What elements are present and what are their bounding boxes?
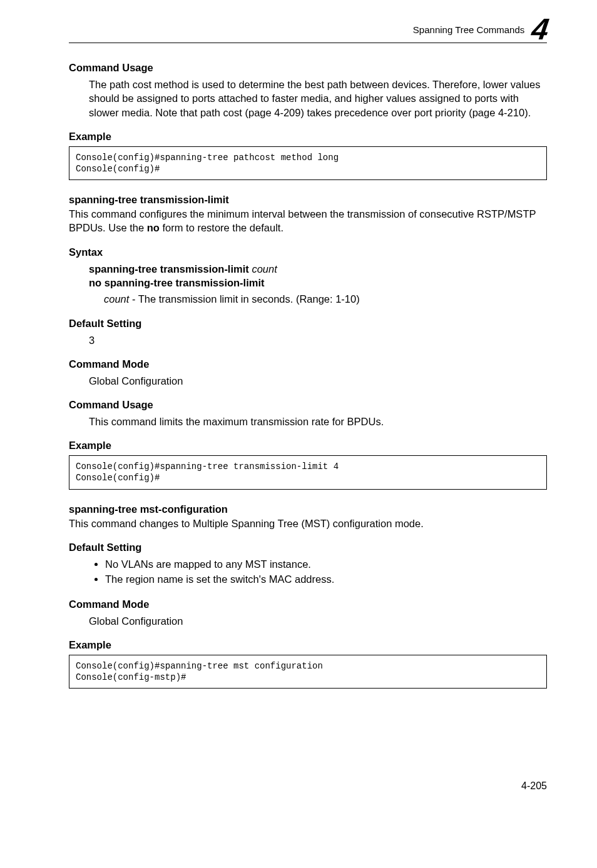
command-mode-heading: Command Mode xyxy=(69,358,547,370)
example-heading: Example xyxy=(69,440,547,452)
command-mode-text: Global Configuration xyxy=(89,614,547,628)
syntax-heading: Syntax xyxy=(69,246,547,258)
arg-description: count - The transmission limit in second… xyxy=(104,292,547,306)
syntax-line: spanning-tree transmission-limit count xyxy=(89,262,547,276)
chapter-number: 4 xyxy=(531,18,549,41)
command-mode-heading: Command Mode xyxy=(69,598,547,610)
section-heading-transmission-limit: spanning-tree transmission-limit xyxy=(69,194,547,206)
list-item: No VLANs are mapped to any MST instance. xyxy=(105,557,547,572)
code-block: Console(config)#spanning-tree transmissi… xyxy=(69,455,547,489)
default-setting-text: 3 xyxy=(89,333,547,347)
header-rule xyxy=(69,43,547,43)
section-intro-text: This command changes to Multiple Spannin… xyxy=(69,517,547,530)
arg-name: count xyxy=(104,293,129,305)
header-title: Spanning Tree Commands xyxy=(413,24,524,35)
syntax-line: no spanning-tree transmission-limit xyxy=(89,276,547,290)
syntax-keyword: spanning-tree transmission-limit xyxy=(89,263,252,275)
code-block: Console(config)#spanning-tree pathcost m… xyxy=(69,146,547,180)
default-setting-list: No VLANs are mapped to any MST instance.… xyxy=(69,557,547,587)
command-usage-text: This command limits the maximum transmis… xyxy=(89,415,547,428)
command-mode-text: Global Configuration xyxy=(89,374,547,388)
running-header: Spanning Tree Commands 4 xyxy=(413,18,547,41)
list-item: The region name is set the switch's MAC … xyxy=(105,572,547,587)
syntax-block: spanning-tree transmission-limit count n… xyxy=(89,262,547,290)
arg-desc-text: - The transmission limit in seconds. (Ra… xyxy=(129,293,359,305)
text-fragment: form to restore the default. xyxy=(160,222,283,233)
page-number: 4-205 xyxy=(521,780,547,792)
default-setting-heading: Default Setting xyxy=(69,542,547,553)
text-fragment: This command configures the minimum inte… xyxy=(69,208,536,233)
default-setting-heading: Default Setting xyxy=(69,318,547,330)
command-usage-heading: Command Usage xyxy=(69,62,547,74)
example-heading: Example xyxy=(69,639,547,651)
command-usage-heading: Command Usage xyxy=(69,399,547,411)
command-usage-text: The path cost method is used to determin… xyxy=(89,78,547,119)
page: Spanning Tree Commands 4 Command Usage T… xyxy=(0,0,597,813)
code-block: Console(config)#spanning-tree mst config… xyxy=(69,655,547,689)
text-keyword-no: no xyxy=(147,222,160,233)
example-heading: Example xyxy=(69,131,547,143)
syntax-arg: count xyxy=(252,263,277,275)
section-intro-text: This command configures the minimum inte… xyxy=(69,207,547,235)
section-heading-mst-configuration: spanning-tree mst-configuration xyxy=(69,503,547,515)
